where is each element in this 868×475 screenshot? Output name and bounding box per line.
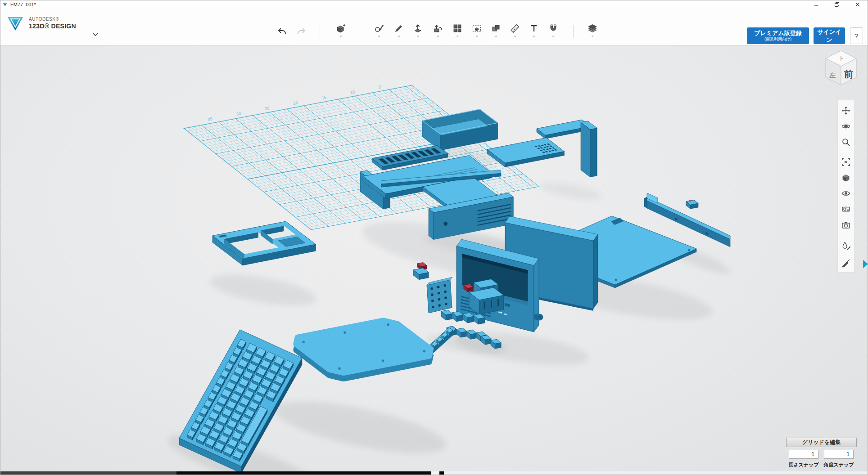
orbit-button[interactable] [840, 121, 852, 133]
app-icon [2, 2, 8, 7]
redo-button[interactable] [293, 26, 309, 46]
sketch-visibility-button[interactable] [840, 257, 852, 270]
premium-label-line2: (商業利用向け) [764, 37, 791, 42]
screenshot-button[interactable] [840, 219, 852, 232]
grid-edit-button[interactable]: グリッドを編集 [786, 438, 857, 447]
undo-icon [277, 26, 288, 37]
taskbar-segment [176, 471, 431, 475]
part-small-cube[interactable] [441, 310, 452, 320]
part-right-plate[interactable] [487, 138, 564, 167]
brand-line1: AUTODESK® [29, 17, 76, 22]
press-pull-icon [433, 23, 443, 34]
main-menu-chevron[interactable] [89, 31, 102, 39]
pattern-tool[interactable] [449, 23, 466, 43]
shaded-view-button[interactable] [840, 172, 852, 184]
close-icon [855, 2, 860, 7]
titlebar: FM77_001* [0, 0, 868, 9]
material-tool[interactable] [584, 23, 601, 43]
restore-icon [834, 2, 840, 7]
123d-logo-icon [6, 14, 24, 32]
construct-tool[interactable] [410, 23, 426, 43]
grouping-tool[interactable] [469, 23, 485, 43]
taskbar-fragment [0, 471, 868, 475]
view-cube-top-label: 上 [838, 55, 844, 62]
svg-text:10: 10 [350, 90, 355, 95]
visibility-button[interactable] [840, 188, 852, 200]
zoom-icon [841, 137, 851, 147]
part-bezel-frame[interactable] [212, 221, 316, 265]
restore-button[interactable] [827, 0, 847, 9]
scene-svg: 5101520253035 [0, 0, 868, 475]
part-small-box[interactable] [413, 268, 429, 280]
signin-button[interactable]: サインイン [814, 27, 845, 44]
chevron-down-icon [92, 32, 99, 37]
angle-snap-label: 角度スナップ [821, 462, 857, 468]
premium-button[interactable]: プレミアム版登録 (商業利用向け) [747, 27, 809, 44]
app-logo[interactable]: AUTODESK® 123D® DESIGN [6, 14, 76, 32]
length-snap-input[interactable] [789, 450, 818, 459]
eye-icon [841, 188, 851, 198]
material-drop-icon [841, 241, 851, 251]
taskbar-segment [444, 471, 868, 475]
brand-line2: 123D® DESIGN [29, 22, 76, 31]
text-tool[interactable] [526, 23, 542, 43]
view-toolbar [837, 100, 854, 273]
pencil-icon [393, 23, 404, 34]
panel-collapse-arrow[interactable] [863, 260, 868, 268]
fit-view-button[interactable] [840, 156, 852, 169]
grid-axis-labels: 5101520253035 [208, 85, 381, 122]
close-button[interactable] [847, 0, 868, 9]
toolbar-separator [320, 25, 320, 38]
visual-style-button[interactable] [840, 203, 852, 216]
svg-text:20: 20 [293, 100, 298, 106]
material-layers-icon [587, 23, 598, 34]
part-top-cover[interactable] [296, 321, 430, 378]
primitives-tool[interactable] [333, 23, 349, 43]
svg-text:35: 35 [208, 117, 213, 122]
ruler-icon [510, 23, 520, 34]
draw-tool[interactable] [391, 23, 407, 43]
toolbar-separator [573, 25, 574, 38]
part-perforated-plate[interactable] [427, 277, 452, 313]
pattern-icon [452, 23, 463, 34]
measure-tool[interactable] [507, 23, 523, 43]
modify-tool[interactable] [430, 23, 446, 43]
viewport-3d[interactable]: 5101520253035 上 左 前 グリッドを編集 長さスナップ 角度スナッ… [0, 0, 868, 471]
part-small-latch[interactable] [686, 200, 698, 209]
extrude-icon [413, 23, 424, 34]
undo-button[interactable] [274, 26, 290, 46]
svg-text:25: 25 [264, 106, 270, 111]
minimize-button[interactable] [806, 0, 827, 9]
sketch-tool[interactable] [371, 23, 387, 43]
zoom-button[interactable] [840, 136, 852, 149]
view-cube[interactable]: 上 左 前 [819, 45, 863, 88]
combine-tool[interactable] [488, 23, 504, 43]
part-keyboard[interactable] [179, 330, 302, 473]
shaded-view-icon [841, 173, 851, 183]
sketch-icon [374, 23, 384, 34]
hide-sketch-icon [841, 258, 851, 268]
main-toolbar: AUTODESK® 123D® DESIGN プレミアム版登録 (商業利用向け)… [0, 9, 868, 45]
camera-icon [841, 220, 851, 230]
snap-tool[interactable] [545, 23, 561, 43]
view-cube-left-label: 左 [829, 71, 836, 79]
magnet-icon [548, 23, 559, 34]
text-icon [529, 23, 539, 34]
visual-style-icon [841, 204, 851, 214]
pan-button[interactable] [840, 105, 852, 117]
minimize-icon [814, 2, 819, 7]
part-tray[interactable] [422, 109, 498, 150]
primitives-icon [335, 23, 346, 34]
grouping-icon [471, 23, 482, 34]
help-button[interactable]: ? [850, 27, 863, 44]
view-cube-front-label: 前 [844, 69, 854, 79]
window-title: FM77_001* [10, 2, 36, 7]
part-connector-box[interactable] [469, 287, 504, 314]
orbit-icon [841, 121, 851, 131]
edit-material-button[interactable] [840, 240, 852, 252]
svg-text:5: 5 [378, 85, 381, 90]
redo-icon [296, 26, 307, 37]
taskbar-segment [439, 471, 444, 475]
length-snap-label: 長さスナップ [786, 462, 822, 468]
angle-snap-input[interactable] [824, 450, 854, 459]
